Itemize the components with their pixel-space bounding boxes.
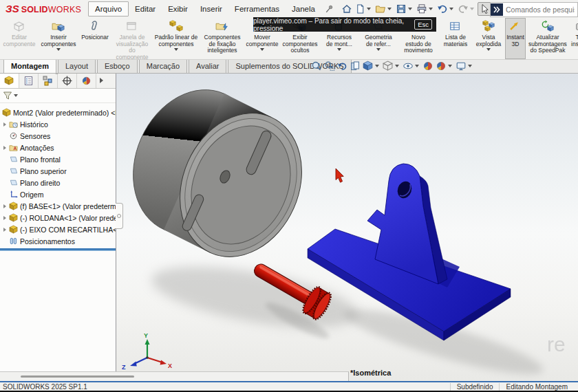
apply-scene-icon[interactable] [436, 61, 453, 72]
tree-item-origem[interactable]: Origem [0, 188, 116, 200]
tree-item-assembly-root[interactable]: Mont2 (Valor predeterminado) <Estad [0, 107, 116, 118]
display-style-icon[interactable] [383, 61, 400, 72]
featuremanager-tree-tab[interactable] [0, 73, 19, 88]
ribbon-button-atualizar-speedpak[interactable]: Atualizar submontagens do SpeedPak [527, 18, 568, 59]
tab-esboco[interactable]: Esboço [97, 59, 138, 73]
undo-dropdown-icon[interactable] [449, 8, 453, 10]
print-button[interactable] [416, 3, 435, 15]
previous-view-icon[interactable] [337, 61, 347, 72]
tree-item-plano-superior[interactable]: Plano superior [0, 165, 116, 177]
tree-item-base[interactable]: (f) BASE<1> (Valor predeterminad [0, 200, 116, 212]
tree-item-eixo-com-recartilha[interactable]: (-) EIXO COM RECARTILHA<1> (V [0, 224, 116, 235]
dropdown-icon[interactable] [468, 65, 472, 67]
component-preview-window-icon [126, 20, 138, 34]
menu-janela[interactable]: Janela [286, 2, 321, 16]
ribbon-button-padrao-linear[interactable]: Padrão linear de componentes [153, 18, 200, 59]
rollback-bar[interactable] [0, 248, 116, 250]
filter-dropdown-icon[interactable] [14, 94, 18, 97]
search-box[interactable] [490, 2, 578, 17]
panel-splitter-handle[interactable] [116, 203, 123, 229]
save-dropdown-icon[interactable] [408, 8, 412, 10]
pin-menu-icon[interactable] [324, 4, 334, 14]
dropdown-icon[interactable] [415, 65, 419, 67]
menu-ferramentas[interactable]: Ferramentas [228, 2, 286, 16]
expander-icon[interactable] [0, 146, 9, 150]
tab-marcacao[interactable]: Marcação [139, 59, 187, 73]
tab-avaliar[interactable]: Avaliar [189, 59, 226, 73]
roldana-part[interactable] [116, 73, 324, 276]
edit-appearance-icon[interactable] [422, 61, 434, 72]
ribbon-button-vista-explodida[interactable]: Vista explodida [473, 18, 504, 59]
ribbon-button-editar-componente: Editar componente [0, 18, 39, 59]
view-orientation-icon[interactable] [363, 61, 381, 72]
panel-expand-chevron-icon[interactable] [96, 73, 106, 88]
sensors-icon [9, 131, 18, 140]
displaymanager-tab[interactable] [77, 73, 96, 88]
dimxpertmanager-tab[interactable] [58, 73, 77, 88]
linear-pattern-icon [169, 20, 183, 34]
view-settings-icon[interactable] [456, 61, 473, 72]
tab-montagem[interactable]: Montagem [3, 59, 56, 73]
dropdown-icon[interactable] [448, 65, 452, 67]
ribbon-button-tirar-instantaneo[interactable]: Tirar instan... [570, 18, 578, 59]
dropdown-icon[interactable] [174, 48, 178, 51]
open-dropdown-icon[interactable] [387, 8, 392, 10]
tree-item-roldana[interactable]: (-) ROLDANA<1> (Valor predeter [0, 212, 116, 224]
select-tool-button[interactable] [478, 2, 491, 16]
ribbon-button-lista-materiais[interactable]: Lista de materiais [439, 18, 472, 59]
status-editing-mode: Editando Montagem [499, 383, 574, 391]
assembly-icon [2, 108, 11, 117]
viewport-3d-scene[interactable]: Y X Z [116, 73, 578, 381]
tree-item-sensores[interactable]: Sensores [0, 130, 116, 142]
configurationmanager-tab[interactable] [39, 73, 58, 88]
search-icon[interactable] [491, 3, 503, 16]
dropdown-icon[interactable] [395, 65, 399, 67]
tab-layout[interactable]: Layout [58, 59, 96, 73]
expander-icon[interactable] [0, 228, 9, 232]
undo-button[interactable] [436, 3, 456, 15]
filter-funnel-icon[interactable] [3, 91, 12, 100]
menu-editar[interactable]: Editar [129, 2, 162, 16]
print-dropdown-icon[interactable] [429, 8, 433, 10]
zoom-to-area-icon[interactable] [324, 61, 335, 72]
propertymanager-tab[interactable] [19, 73, 39, 88]
expander-icon[interactable] [0, 122, 9, 127]
menu-bar: ЗSSOLIDWORKS Arquivo Editar Exibir Inser… [0, 0, 578, 18]
hide-show-items-icon[interactable] [403, 61, 420, 72]
graphics-viewport[interactable]: Y X Z *Isométrica re [116, 73, 578, 381]
search-input[interactable] [503, 6, 577, 14]
expander-icon[interactable] [0, 204, 9, 208]
save-button[interactable] [395, 3, 414, 15]
ribbon-button-fixacao-inteligente[interactable]: Componentes de fixação inteligentes [201, 18, 244, 59]
ribbon-button-instant3d[interactable]: Instant 3D [505, 18, 526, 59]
home-button[interactable] [341, 3, 353, 15]
tree-item-historico[interactable]: Histórico [0, 118, 116, 130]
plane-icon [9, 178, 18, 187]
expander-icon[interactable] [0, 216, 9, 220]
scrollbar-thumb[interactable] [21, 375, 134, 378]
dropdown-icon[interactable] [486, 48, 491, 51]
dropdown-icon[interactable] [376, 48, 381, 51]
triad-z-label: Z [122, 364, 126, 371]
new-dropdown-icon[interactable] [367, 8, 371, 10]
ribbon-button-inserir-componentes[interactable]: Inserir componentes [40, 18, 77, 59]
tree-item-posicionamentos[interactable]: Posicionamentos [0, 235, 116, 247]
section-view-icon[interactable] [350, 61, 361, 72]
dropdown-icon[interactable] [337, 48, 341, 51]
view-orientation-label: *Isométrica [350, 369, 391, 377]
dropdown-icon[interactable] [56, 48, 61, 51]
menu-arquivo[interactable]: Arquivo [88, 1, 129, 17]
tree-item-plano-direito[interactable]: Plano direito [0, 177, 116, 188]
tree-item-anotacoes[interactable]: Anotações [0, 142, 116, 153]
tree-item-plano-frontal[interactable]: Plano frontal [0, 153, 116, 165]
new-document-button[interactable] [354, 3, 373, 15]
ribbon-button-posicionar[interactable]: Posicionar [78, 18, 111, 59]
menu-exibir[interactable]: Exibir [162, 2, 194, 16]
open-button[interactable] [374, 3, 394, 15]
dropdown-icon[interactable] [375, 65, 379, 67]
update-speedpak-icon [541, 20, 555, 34]
zoom-to-fit-icon[interactable] [311, 61, 322, 72]
part-icon [9, 213, 18, 222]
dropdown-icon[interactable] [260, 48, 264, 51]
menu-inserir[interactable]: Inserir [194, 2, 228, 16]
